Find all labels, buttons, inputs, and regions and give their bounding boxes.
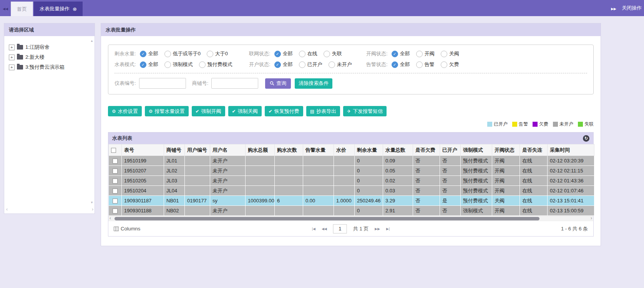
- columns-button[interactable]: Columns: [114, 226, 140, 232]
- row-checkbox[interactable]: [113, 189, 118, 194]
- radio-checked-icon[interactable]: ✓: [392, 51, 398, 57]
- first-page-button[interactable]: [312, 227, 315, 231]
- last-page-button[interactable]: [386, 227, 390, 231]
- table-row[interactable]: 19510199JL01未开户00.09否否预付费模式开阀在线02-12 03:…: [109, 156, 594, 166]
- action-button[interactable]: ⚙水价设置: [108, 106, 142, 116]
- shop-no-input[interactable]: [211, 78, 258, 89]
- table-row[interactable]: 1909301188NB02未开户02.91否否强制模式开阀在线02-13 15…: [109, 206, 594, 216]
- radio-option[interactable]: 欠费: [441, 61, 459, 68]
- table-cell: 开阀: [492, 186, 520, 196]
- radio-option[interactable]: 已开户: [299, 61, 322, 68]
- radio-checked-icon[interactable]: ✓: [274, 61, 281, 68]
- table-cell: 1.0000: [334, 196, 355, 206]
- radio-option[interactable]: 大于0: [207, 50, 228, 57]
- expand-icon[interactable]: +: [9, 45, 15, 50]
- radio-unchecked-icon[interactable]: [299, 51, 305, 57]
- radio-option-label: 全部: [148, 50, 158, 57]
- tab-water-meter-batch[interactable]: 水表批量操作: [34, 2, 83, 16]
- row-checkbox[interactable]: [113, 169, 118, 174]
- next-page-button[interactable]: [375, 227, 380, 231]
- radio-option[interactable]: 告警: [416, 61, 435, 68]
- radio-checked-icon[interactable]: ✓: [140, 51, 146, 57]
- action-button[interactable]: ✔恢复预付费: [265, 106, 303, 116]
- action-button[interactable]: ✈下发报警短信: [343, 106, 387, 116]
- action-button[interactable]: ▤抄表导出: [306, 106, 340, 116]
- table-cell: 在线: [520, 166, 548, 176]
- scroll-right-icon[interactable]: [591, 216, 592, 221]
- action-button[interactable]: ✔强制关阀: [228, 106, 262, 116]
- radio-unchecked-icon[interactable]: [299, 61, 305, 68]
- radio-unchecked-icon[interactable]: [441, 61, 447, 68]
- expand-icon[interactable]: +: [9, 65, 15, 70]
- filter-groups: 剩余水量:✓全部低于或等于0大于0联网状态:✓全部在线失联开阀状态:✓全部开阀关…: [115, 50, 587, 68]
- scrollbar-right-icon[interactable]: [92, 207, 93, 212]
- scrollbar-left-icon[interactable]: [6, 207, 8, 212]
- radio-option[interactable]: 强制模式: [164, 61, 193, 68]
- action-button[interactable]: ⚙报警水量设置: [145, 106, 189, 116]
- radio-option[interactable]: 低于或等于0: [164, 50, 201, 57]
- select-all-checkbox[interactable]: [111, 148, 116, 153]
- tree-item[interactable]: +2:新大楼: [9, 52, 91, 62]
- prev-page-button[interactable]: [322, 227, 327, 231]
- radio-option[interactable]: 在线: [299, 50, 317, 57]
- radio-option[interactable]: 关阀: [441, 50, 459, 57]
- scrollbar-thumb[interactable]: [115, 217, 539, 220]
- filter-group: 开阀状态:✓全部开阀关阀: [366, 50, 587, 57]
- scroll-left-icon[interactable]: [110, 216, 111, 221]
- table-row[interactable]: 19510205JL03未开户00.02否否预付费模式开阀在线02-12 01:…: [109, 176, 594, 186]
- checkbox-cell: [109, 156, 122, 166]
- table-row[interactable]: 1909301187NB010190177sy1000399.0060.001.…: [109, 196, 594, 206]
- legend-swatch: [487, 122, 492, 127]
- row-checkbox[interactable]: [113, 159, 118, 164]
- expand-icon[interactable]: +: [9, 55, 15, 60]
- radio-option[interactable]: 开阀: [416, 50, 435, 57]
- table-cell: 0: [355, 156, 383, 166]
- refresh-icon[interactable]: [583, 135, 589, 142]
- radio-unchecked-icon[interactable]: [416, 51, 423, 57]
- radio-option[interactable]: 失联: [324, 50, 342, 57]
- close-tab-icon[interactable]: [73, 6, 77, 12]
- radio-unchecked-icon[interactable]: [441, 51, 447, 57]
- radio-option[interactable]: ✓全部: [140, 61, 158, 68]
- close-operations-button[interactable]: 关闭操作: [622, 5, 642, 12]
- radio-checked-icon[interactable]: ✓: [140, 61, 146, 68]
- radio-option[interactable]: 预付费模式: [199, 61, 232, 68]
- table-cell: 是: [440, 196, 461, 206]
- action-button[interactable]: ✔强制开阀: [192, 106, 225, 116]
- row-checkbox[interactable]: [113, 199, 118, 204]
- tab-home[interactable]: 首页: [11, 2, 33, 16]
- table-cell: 250249.46: [355, 196, 383, 206]
- table-cell: 1909301188: [122, 206, 164, 216]
- query-button[interactable]: 查询: [265, 78, 291, 89]
- meter-no-input[interactable]: [139, 78, 186, 89]
- row-checkbox[interactable]: [113, 209, 118, 214]
- table-row[interactable]: 19510207JL02未开户00.05否否预付费模式开阀在线02-12 02:…: [109, 166, 594, 176]
- radio-checked-icon[interactable]: ✓: [274, 51, 281, 57]
- scrollbar-down-icon[interactable]: [90, 201, 93, 204]
- radio-option[interactable]: ✓全部: [274, 61, 293, 68]
- tree-item[interactable]: +1:江阴宿舍: [9, 42, 91, 52]
- radio-option[interactable]: ✓全部: [392, 50, 410, 57]
- table-cell: JL01: [164, 156, 185, 166]
- radio-option[interactable]: 未开户: [329, 61, 352, 68]
- radio-unchecked-icon[interactable]: [164, 61, 171, 68]
- scroll-tabs-left-button[interactable]: [0, 0, 11, 16]
- double-right-arrow-icon[interactable]: [611, 5, 616, 11]
- radio-option[interactable]: ✓全部: [140, 50, 158, 57]
- radio-unchecked-icon[interactable]: [329, 61, 335, 68]
- radio-option-label: 全部: [283, 61, 293, 68]
- radio-option[interactable]: ✓全部: [392, 61, 410, 68]
- page-number-input[interactable]: [333, 224, 347, 233]
- table-row[interactable]: 19510204JL04未开户00.03否否预付费模式开阀在线02-12 01:…: [109, 186, 594, 196]
- radio-unchecked-icon[interactable]: [324, 51, 330, 57]
- radio-option[interactable]: ✓全部: [274, 50, 293, 57]
- radio-unchecked-icon[interactable]: [416, 61, 423, 68]
- tree-item[interactable]: +3:预付费云演示箱: [9, 62, 91, 72]
- radio-unchecked-icon[interactable]: [207, 51, 213, 57]
- radio-unchecked-icon[interactable]: [164, 51, 171, 57]
- row-checkbox[interactable]: [113, 179, 118, 184]
- scrollbar-up-icon[interactable]: [90, 40, 93, 43]
- radio-checked-icon[interactable]: ✓: [392, 61, 398, 68]
- clear-search-button[interactable]: 清除搜索条件: [295, 78, 332, 89]
- radio-unchecked-icon[interactable]: [199, 61, 206, 68]
